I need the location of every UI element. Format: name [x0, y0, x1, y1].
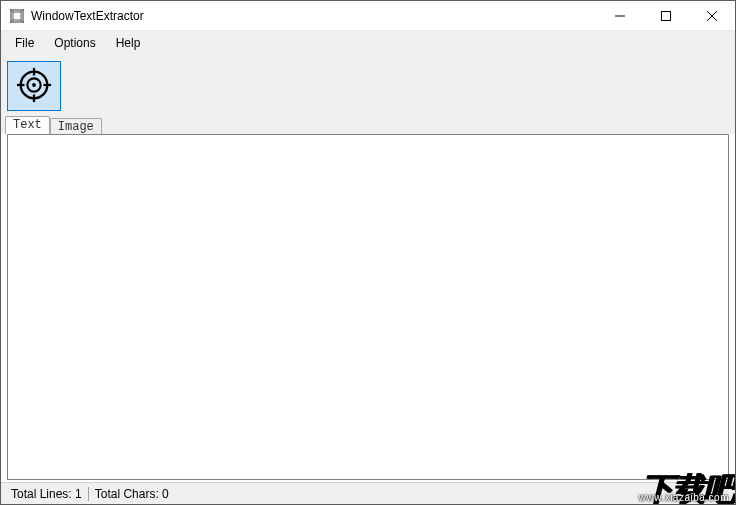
content-panel: [7, 134, 729, 480]
total-chars-label: Total Chars:: [95, 487, 159, 501]
app-icon: [9, 8, 25, 24]
tab-image[interactable]: Image: [50, 118, 102, 135]
title-bar: WindowTextExtractor: [1, 1, 735, 31]
menu-help[interactable]: Help: [106, 33, 151, 53]
close-button[interactable]: [689, 1, 735, 31]
total-chars-value: 0: [162, 487, 169, 501]
maximize-button[interactable]: [643, 1, 689, 31]
tab-text[interactable]: Text: [5, 116, 50, 134]
total-lines-label: Total Lines:: [11, 487, 72, 501]
text-scroll-area[interactable]: [10, 137, 726, 477]
svg-rect-1: [13, 12, 21, 20]
svg-rect-7: [662, 11, 671, 20]
status-total-chars: Total Chars: 0: [89, 487, 175, 501]
minimize-button[interactable]: [597, 1, 643, 31]
menu-bar: File Options Help: [1, 31, 735, 55]
extracted-text-area[interactable]: [10, 137, 726, 477]
status-total-lines: Total Lines: 1: [5, 487, 88, 501]
crosshair-icon: [15, 66, 53, 107]
toolbar: [1, 55, 735, 115]
total-lines-value: 1: [75, 487, 82, 501]
tab-strip: Text Image: [1, 115, 735, 134]
target-finder-button[interactable]: [7, 61, 61, 111]
window-title: WindowTextExtractor: [31, 9, 144, 23]
menu-file[interactable]: File: [5, 33, 44, 53]
status-bar: Total Lines: 1 Total Chars: 0: [1, 482, 735, 504]
menu-options[interactable]: Options: [44, 33, 105, 53]
svg-point-12: [32, 83, 36, 87]
